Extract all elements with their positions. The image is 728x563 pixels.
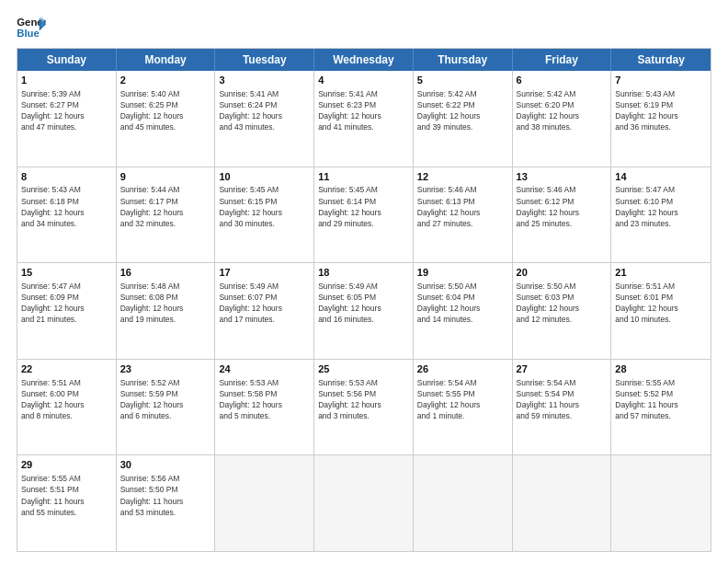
day-content: Sunrise: 5:42 AM Sunset: 6:20 PM Dayligh…: [517, 89, 580, 132]
day-number: 20: [517, 266, 608, 280]
day-cell-22: 22Sunrise: 5:51 AM Sunset: 6:00 PM Dayli…: [17, 360, 117, 455]
day-number: 27: [517, 362, 608, 376]
day-number: 2: [120, 74, 211, 87]
day-content: Sunrise: 5:43 AM Sunset: 6:18 PM Dayligh…: [21, 185, 85, 227]
svg-text:Blue: Blue: [17, 28, 40, 39]
day-content: Sunrise: 5:51 AM Sunset: 6:01 PM Dayligh…: [615, 282, 678, 324]
day-cell-24: 24Sunrise: 5:53 AM Sunset: 5:58 PM Dayli…: [215, 360, 314, 455]
day-number: 29: [21, 458, 112, 472]
day-cell-14: 14Sunrise: 5:47 AM Sunset: 6:10 PM Dayli…: [611, 167, 711, 263]
day-content: Sunrise: 5:48 AM Sunset: 6:08 PM Dayligh…: [120, 282, 184, 324]
day-number: 1: [21, 74, 112, 87]
day-content: Sunrise: 5:49 AM Sunset: 6:07 PM Dayligh…: [219, 282, 282, 324]
day-content: Sunrise: 5:50 AM Sunset: 6:04 PM Dayligh…: [417, 282, 481, 324]
logo-icon: General Blue: [17, 15, 46, 40]
day-number: 19: [417, 266, 508, 280]
day-cell-5: 5Sunrise: 5:42 AM Sunset: 6:22 PM Daylig…: [414, 71, 513, 167]
day-number: 14: [615, 170, 707, 184]
calendar-body: 1Sunrise: 5:39 AM Sunset: 6:27 PM Daylig…: [17, 71, 711, 551]
day-cell-9: 9Sunrise: 5:44 AM Sunset: 6:17 PM Daylig…: [117, 167, 216, 263]
day-cell-18: 18Sunrise: 5:49 AM Sunset: 6:05 PM Dayli…: [314, 263, 414, 359]
day-content: Sunrise: 5:46 AM Sunset: 6:13 PM Dayligh…: [417, 185, 481, 227]
day-number: 8: [21, 170, 112, 184]
calendar-row-2: 15Sunrise: 5:47 AM Sunset: 6:09 PM Dayli…: [17, 262, 711, 359]
day-content: Sunrise: 5:41 AM Sunset: 6:23 PM Dayligh…: [318, 89, 381, 132]
day-number: 9: [120, 170, 211, 184]
day-content: Sunrise: 5:47 AM Sunset: 6:10 PM Dayligh…: [615, 185, 678, 227]
day-cell-8: 8Sunrise: 5:43 AM Sunset: 6:18 PM Daylig…: [17, 167, 117, 263]
day-content: Sunrise: 5:46 AM Sunset: 6:12 PM Dayligh…: [517, 185, 580, 227]
day-number: 4: [318, 74, 409, 87]
day-cell-21: 21Sunrise: 5:51 AM Sunset: 6:01 PM Dayli…: [611, 263, 711, 359]
day-content: Sunrise: 5:50 AM Sunset: 6:03 PM Dayligh…: [517, 282, 580, 324]
empty-cell: [611, 455, 711, 551]
day-content: Sunrise: 5:54 AM Sunset: 5:54 PM Dayligh…: [517, 378, 580, 420]
day-header-sunday: Sunday: [17, 49, 117, 71]
day-content: Sunrise: 5:45 AM Sunset: 6:14 PM Dayligh…: [318, 185, 381, 227]
calendar: SundayMondayTuesdayWednesdayThursdayFrid…: [17, 48, 711, 552]
day-cell-4: 4Sunrise: 5:41 AM Sunset: 6:23 PM Daylig…: [314, 71, 414, 167]
day-number: 15: [21, 266, 112, 280]
day-content: Sunrise: 5:55 AM Sunset: 5:52 PM Dayligh…: [615, 378, 678, 420]
day-number: 11: [318, 170, 409, 184]
day-content: Sunrise: 5:43 AM Sunset: 6:19 PM Dayligh…: [615, 89, 678, 132]
day-number: 10: [219, 170, 310, 184]
day-cell-19: 19Sunrise: 5:50 AM Sunset: 6:04 PM Dayli…: [414, 263, 513, 359]
calendar-row-1: 8Sunrise: 5:43 AM Sunset: 6:18 PM Daylig…: [17, 167, 711, 263]
day-content: Sunrise: 5:40 AM Sunset: 6:25 PM Dayligh…: [120, 89, 184, 132]
day-content: Sunrise: 5:56 AM Sunset: 5:50 PM Dayligh…: [120, 474, 184, 516]
day-header-friday: Friday: [513, 49, 612, 71]
day-content: Sunrise: 5:52 AM Sunset: 5:59 PM Dayligh…: [120, 378, 184, 420]
day-number: 5: [417, 74, 508, 87]
day-number: 18: [318, 266, 409, 280]
empty-cell: [215, 455, 314, 551]
day-number: 6: [517, 74, 608, 87]
day-cell-15: 15Sunrise: 5:47 AM Sunset: 6:09 PM Dayli…: [17, 263, 117, 359]
day-number: 25: [318, 362, 409, 376]
day-number: 12: [417, 170, 508, 184]
day-cell-3: 3Sunrise: 5:41 AM Sunset: 6:24 PM Daylig…: [215, 71, 314, 167]
day-header-saturday: Saturday: [611, 49, 711, 71]
day-number: 3: [219, 74, 310, 87]
day-number: 17: [219, 266, 310, 280]
logo: General Blue: [17, 15, 46, 40]
day-content: Sunrise: 5:41 AM Sunset: 6:24 PM Dayligh…: [219, 89, 282, 132]
header: General Blue: [17, 15, 711, 40]
day-cell-27: 27Sunrise: 5:54 AM Sunset: 5:54 PM Dayli…: [513, 360, 612, 455]
calendar-row-0: 1Sunrise: 5:39 AM Sunset: 6:27 PM Daylig…: [17, 71, 711, 167]
day-content: Sunrise: 5:44 AM Sunset: 6:17 PM Dayligh…: [120, 185, 184, 227]
day-cell-17: 17Sunrise: 5:49 AM Sunset: 6:07 PM Dayli…: [215, 263, 314, 359]
day-content: Sunrise: 5:53 AM Sunset: 5:56 PM Dayligh…: [318, 378, 381, 420]
day-cell-30: 30Sunrise: 5:56 AM Sunset: 5:50 PM Dayli…: [117, 455, 216, 551]
day-cell-13: 13Sunrise: 5:46 AM Sunset: 6:12 PM Dayli…: [513, 167, 612, 263]
empty-cell: [414, 455, 513, 551]
day-cell-12: 12Sunrise: 5:46 AM Sunset: 6:13 PM Dayli…: [414, 167, 513, 263]
day-number: 13: [517, 170, 608, 184]
day-content: Sunrise: 5:49 AM Sunset: 6:05 PM Dayligh…: [318, 282, 381, 324]
day-cell-1: 1Sunrise: 5:39 AM Sunset: 6:27 PM Daylig…: [17, 71, 117, 167]
day-cell-7: 7Sunrise: 5:43 AM Sunset: 6:19 PM Daylig…: [611, 71, 711, 167]
day-content: Sunrise: 5:51 AM Sunset: 6:00 PM Dayligh…: [21, 378, 85, 420]
day-content: Sunrise: 5:45 AM Sunset: 6:15 PM Dayligh…: [219, 185, 282, 227]
day-number: 7: [615, 74, 707, 87]
day-header-monday: Monday: [117, 49, 216, 71]
calendar-row-3: 22Sunrise: 5:51 AM Sunset: 6:00 PM Dayli…: [17, 359, 711, 455]
day-cell-29: 29Sunrise: 5:55 AM Sunset: 5:51 PM Dayli…: [17, 455, 117, 551]
day-content: Sunrise: 5:54 AM Sunset: 5:55 PM Dayligh…: [417, 378, 481, 420]
day-content: Sunrise: 5:53 AM Sunset: 5:58 PM Dayligh…: [219, 378, 282, 420]
day-cell-26: 26Sunrise: 5:54 AM Sunset: 5:55 PM Dayli…: [414, 360, 513, 455]
day-cell-25: 25Sunrise: 5:53 AM Sunset: 5:56 PM Dayli…: [314, 360, 414, 455]
day-content: Sunrise: 5:55 AM Sunset: 5:51 PM Dayligh…: [21, 474, 85, 516]
day-number: 30: [120, 458, 211, 472]
day-header-thursday: Thursday: [414, 49, 513, 71]
calendar-header: SundayMondayTuesdayWednesdayThursdayFrid…: [17, 49, 711, 71]
day-cell-20: 20Sunrise: 5:50 AM Sunset: 6:03 PM Dayli…: [513, 263, 612, 359]
day-header-tuesday: Tuesday: [215, 49, 314, 71]
day-number: 26: [417, 362, 508, 376]
day-cell-16: 16Sunrise: 5:48 AM Sunset: 6:08 PM Dayli…: [117, 263, 216, 359]
day-cell-10: 10Sunrise: 5:45 AM Sunset: 6:15 PM Dayli…: [215, 167, 314, 263]
day-content: Sunrise: 5:42 AM Sunset: 6:22 PM Dayligh…: [417, 89, 481, 132]
day-number: 28: [615, 362, 707, 376]
day-cell-11: 11Sunrise: 5:45 AM Sunset: 6:14 PM Dayli…: [314, 167, 414, 263]
day-content: Sunrise: 5:39 AM Sunset: 6:27 PM Dayligh…: [21, 89, 85, 132]
